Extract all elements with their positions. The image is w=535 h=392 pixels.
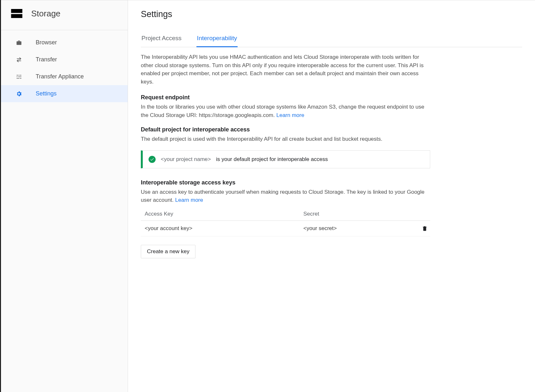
table-row: <your account key> <your secret> — [141, 220, 430, 236]
main-panel: Settings Project Access Interoperability… — [128, 0, 535, 392]
sidebar-item-transfer-appliance[interactable]: Transfer Appliance — [1, 68, 128, 85]
storage-icon — [10, 7, 23, 20]
trash-icon — [422, 225, 428, 232]
sidebar-menu: Browser Transfer Transfer Appliance Sett… — [1, 30, 128, 102]
page-title: Settings — [141, 9, 522, 19]
sidebar: Storage Browser Transfer Transfer Applia… — [1, 0, 128, 392]
sidebar-item-transfer[interactable]: Transfer — [1, 51, 128, 68]
gear-icon — [15, 91, 23, 97]
sidebar-item-label: Settings — [36, 90, 57, 97]
keys-learn-more-link[interactable]: Learn more — [175, 197, 203, 203]
col-actions — [415, 208, 430, 221]
intro-text: The Interoperability API lets you use HM… — [141, 53, 430, 86]
sidebar-item-browser[interactable]: Browser — [1, 34, 128, 51]
tab-interoperability[interactable]: Interoperability — [196, 35, 238, 47]
check-circle-icon — [149, 156, 156, 163]
transfer-icon — [15, 57, 23, 63]
sidebar-item-label: Transfer Appliance — [36, 73, 84, 80]
cell-secret: <your secret> — [301, 220, 415, 236]
cell-access-key: <your account key> — [141, 220, 301, 236]
learn-more-link[interactable]: Learn more — [276, 112, 304, 118]
content: The Interoperability API lets you use HM… — [141, 53, 430, 258]
sidebar-header: Storage — [1, 0, 128, 30]
callout-message: is your default project for interoperabl… — [216, 156, 328, 163]
col-access-key: Access Key — [141, 208, 301, 221]
col-secret: Secret — [301, 208, 415, 221]
sidebar-title: Storage — [31, 9, 60, 19]
tab-project-access[interactable]: Project Access — [141, 35, 182, 47]
create-key-button[interactable]: Create a new key — [141, 245, 195, 258]
default-project-heading: Default project for interoperable access — [141, 126, 430, 133]
keys-heading: Interoperable storage access keys — [141, 179, 430, 186]
default-project-text: The default project is used with the Int… — [141, 135, 430, 143]
request-endpoint-heading: Request endpoint — [141, 94, 430, 101]
briefcase-icon — [15, 40, 23, 46]
default-project-callout: <your project name> is your default proj… — [141, 150, 430, 168]
access-keys-table: Access Key Secret <your account key> <yo… — [141, 208, 430, 236]
sidebar-item-label: Browser — [36, 39, 57, 46]
delete-key-button[interactable] — [417, 225, 428, 232]
request-endpoint-text: In the tools or libraries you use with o… — [141, 103, 430, 119]
keys-text: Use an access key to authenticate yourse… — [141, 188, 430, 204]
sidebar-item-settings[interactable]: Settings — [1, 85, 128, 102]
tabs: Project Access Interoperability — [141, 35, 522, 47]
appliance-icon — [15, 74, 23, 80]
sidebar-item-label: Transfer — [36, 56, 57, 63]
callout-project-name: <your project name> — [161, 156, 211, 163]
